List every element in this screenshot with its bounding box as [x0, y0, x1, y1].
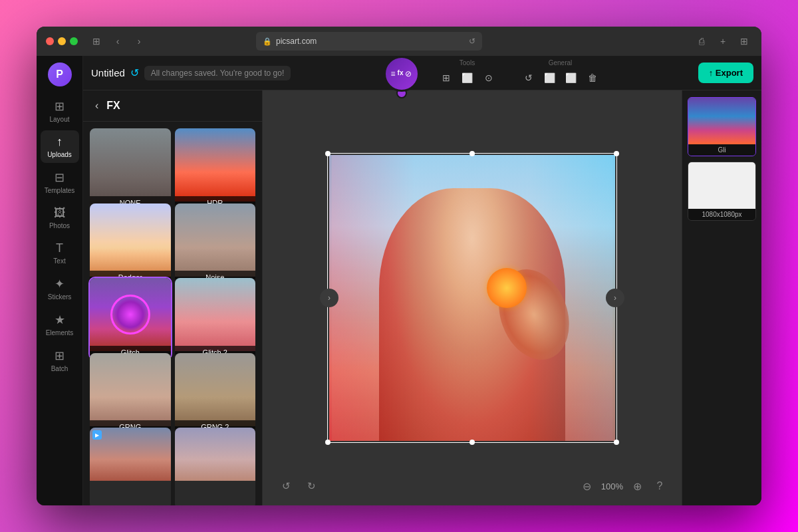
photo-canvas [329, 155, 615, 441]
layer-label-canvas: 1080x1080px [688, 209, 755, 220]
fx-title: FX [106, 100, 120, 112]
maximize-button[interactable] [70, 37, 78, 45]
sidebar-item-elements[interactable]: ★ Elements [41, 308, 79, 341]
reload-icon[interactable]: ↺ [469, 37, 475, 46]
fx-badge-extra1: ▶ [92, 430, 102, 440]
traffic-lights [46, 37, 78, 45]
canvas-bottom-toolbar: ↺ ↻ ⊖ 100% ⊕ ? [263, 476, 682, 496]
templates-icon: ⊟ [55, 170, 65, 185]
batch-icon: ⊞ [55, 348, 65, 363]
share-button[interactable]: ⎙ [694, 33, 710, 49]
elements-icon: ★ [55, 313, 65, 327]
photos-icon: 🖼 [54, 206, 66, 220]
sidebar-item-templates[interactable]: ⊟ Templates [41, 166, 79, 199]
export-button[interactable]: ↑ Export [698, 63, 753, 83]
general-label: General [549, 59, 573, 66]
browser-controls: ⊞ ‹ › [88, 33, 147, 49]
uploads-icon: ↑ [57, 135, 63, 149]
fx-panel: ‹ FX NONE [83, 90, 263, 505]
top-bar: Untitled ↺ All changes saved. You're goo… [83, 56, 761, 90]
browser-actions: ⎙ + ⊞ [694, 33, 752, 49]
app-logo: P [48, 63, 72, 86]
tools-section: Tools ⊞ ⬜ ⊙ [437, 59, 498, 87]
sidebar-item-layout[interactable]: ⊞ Layout [41, 94, 79, 128]
help-button[interactable]: ? [651, 477, 668, 495]
sidebar-item-stickers[interactable]: ✦ Stickers [41, 272, 79, 305]
effect-circle[interactable]: ≡ fx ⊘ [384, 56, 420, 92]
browser-chrome: ⊞ ‹ › 🔒 picsart.com ↺ ⎙ + ⊞ [37, 27, 761, 56]
grid-button[interactable]: ⊞ [736, 33, 752, 49]
browser-window: ⊞ ‹ › 🔒 picsart.com ↺ ⎙ + ⊞ P ⊞ Layout [37, 27, 761, 505]
sidebar-item-photos[interactable]: 🖼 Photos [41, 201, 79, 234]
fx-item-dodger[interactable]: ▶ Dodger [90, 203, 171, 285]
fx-item-hdr[interactable]: HDR [175, 128, 256, 209]
address-text: picsart.com [276, 37, 317, 46]
fx-item-extra1[interactable]: ▶ [90, 428, 171, 505]
canvas-bg: › › [263, 90, 682, 505]
fx-item-extra2[interactable] [175, 428, 256, 505]
redo-button[interactable]: ↻ [301, 476, 321, 496]
right-panel: Gli 1080x1080px [682, 90, 761, 505]
sidebar-item-text[interactable]: T Text [41, 237, 79, 269]
tools-buttons: ⊞ ⬜ ⊙ [437, 68, 498, 87]
zoom-level: 100% [601, 481, 623, 491]
fx-item-grng[interactable]: ▶ GRNG [90, 353, 171, 434]
sidebar-toggle-button[interactable]: ⊞ [88, 33, 104, 49]
canvas-image-wrapper[interactable]: › › [329, 155, 615, 441]
lock-icon: 🔒 [263, 37, 272, 46]
sidebar-item-batch[interactable]: ⊞ Batch [41, 344, 79, 377]
tools-label: Tools [460, 59, 475, 66]
address-bar[interactable]: 🔒 picsart.com ↺ [256, 32, 482, 51]
nav-forward-button[interactable]: › [131, 33, 147, 49]
tool-lasso-button[interactable]: ⊙ [479, 68, 498, 87]
sliders-icon: ≡ [391, 69, 396, 78]
general-copy-button[interactable]: ⬜ [541, 68, 559, 87]
layer-preview-canvas [688, 162, 755, 209]
general-link-button[interactable]: ↺ [519, 68, 538, 87]
app-container: P ⊞ Layout ↑ Uploads ⊟ Templates 🖼 Photo… [37, 56, 761, 505]
fx-item-grng2[interactable]: ▶ GRNG 2 [175, 353, 256, 434]
layout-icon: ⊞ [55, 99, 65, 114]
layer-preview-glitch [688, 98, 755, 144]
panel-collapse-left-button[interactable]: › [320, 289, 338, 307]
fx-item-glitch2[interactable]: ▶ Glitch 2 [175, 278, 256, 359]
file-title-area: Untitled ↺ All changes saved. You're goo… [91, 66, 291, 80]
layer-thumb-canvas[interactable]: 1080x1080px [688, 162, 756, 221]
fx-item-none[interactable]: NONE [90, 128, 171, 209]
nav-back-button[interactable]: ‹ [110, 33, 126, 49]
magic-icon: ⊘ [405, 69, 412, 78]
stickers-icon: ✦ [55, 277, 65, 291]
layer-label-glitch: Gli [688, 144, 755, 156]
sync-icon[interactable]: ↺ [130, 66, 139, 79]
minimize-button[interactable] [58, 37, 66, 45]
effect-icons: ≡ fx ⊘ [391, 69, 412, 78]
undo-redo-controls: ↺ ↻ [276, 476, 321, 496]
fx-grid: NONE HDR ▶ Dodge [83, 122, 262, 505]
file-title[interactable]: Untitled [91, 67, 125, 78]
save-status: All changes saved. You're good to go! [144, 66, 291, 80]
zoom-out-button[interactable]: ⊖ [579, 477, 596, 495]
fx-item-glitch[interactable]: ▶ Glitch [90, 278, 171, 359]
tool-grid-button[interactable]: ⊞ [437, 68, 456, 87]
general-delete-button[interactable]: 🗑 [583, 68, 602, 87]
fx-header: ‹ FX [83, 90, 262, 122]
sidebar-item-uploads[interactable]: ↑ Uploads [41, 130, 79, 163]
undo-button[interactable]: ↺ [276, 476, 296, 496]
canvas-area: › › ↺ ↻ ⊖ 100% [263, 90, 682, 505]
close-button[interactable] [46, 37, 54, 45]
fx-item-noise[interactable]: Noise [175, 203, 256, 285]
general-section: General ↺ ⬜ ⬜ 🗑 [519, 59, 602, 87]
fx-icon: fx [398, 69, 404, 78]
tool-crop-button[interactable]: ⬜ [458, 68, 477, 87]
general-frame-button[interactable]: ⬜ [562, 68, 581, 87]
text-icon: T [56, 241, 63, 255]
left-sidebar: P ⊞ Layout ↑ Uploads ⊟ Templates 🖼 Photo… [37, 56, 83, 505]
zoom-controls: ⊖ 100% ⊕ ? [579, 477, 668, 495]
layer-thumb-glitch[interactable]: Gli [688, 97, 756, 156]
general-buttons: ↺ ⬜ ⬜ 🗑 [519, 68, 602, 87]
new-tab-button[interactable]: + [715, 33, 731, 49]
panel-expand-right-button[interactable]: › [606, 289, 624, 307]
fx-back-button[interactable]: ‹ [92, 98, 101, 113]
main-content: ‹ FX NONE [83, 90, 761, 505]
zoom-in-button[interactable]: ⊕ [628, 477, 646, 495]
